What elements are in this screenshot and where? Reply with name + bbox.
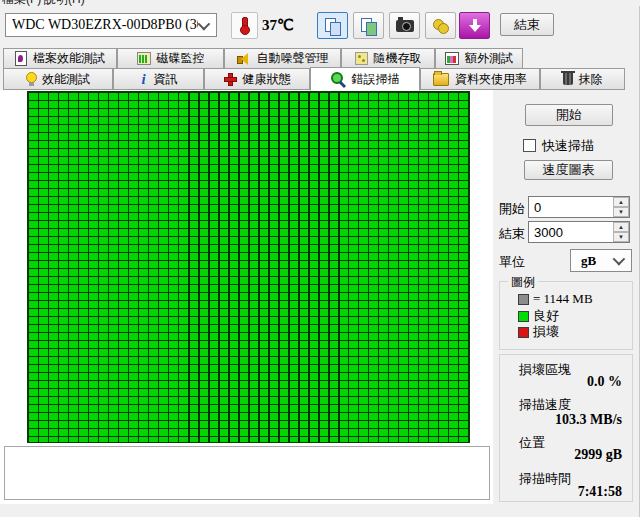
copy-pages-icon [325, 18, 341, 34]
start-scan-button[interactable]: 開始 [525, 104, 613, 126]
info-icon: i [140, 72, 148, 86]
stat-scan-time-label: 掃描時間 [519, 470, 571, 488]
end-input[interactable]: 3000 ▲▼ [528, 221, 630, 243]
chevron-down-icon [198, 17, 211, 30]
status-box [4, 446, 490, 500]
lightbulb-icon [26, 72, 36, 86]
menu-bar: 檔案(F) 說明(H) [0, 0, 640, 6]
toolbar-copy-image-button[interactable] [353, 12, 384, 39]
start-spinner-down[interactable]: ▼ [613, 207, 629, 217]
thermometer-icon [240, 17, 249, 35]
extra-tests-chart-icon [445, 52, 459, 65]
tab-health[interactable]: 健康狀態 [204, 68, 310, 90]
tab-disk-monitor[interactable]: 磁碟監控 [117, 48, 224, 69]
coins-icon [432, 18, 450, 34]
speed-map-button[interactable]: 速度圖表 [524, 160, 613, 180]
toolbar-coins-button[interactable] [425, 12, 456, 39]
legend-good-swatch [518, 311, 529, 322]
tab-info[interactable]: i 資訊 [113, 68, 204, 90]
magnifier-icon [331, 72, 346, 87]
toolbar-download-button[interactable] [459, 12, 490, 39]
chevron-down-icon [613, 253, 626, 266]
start-input-value: 0 [529, 200, 613, 215]
dice-icon [355, 52, 368, 65]
download-arrow-icon [468, 19, 482, 33]
legend-block-swatch [518, 294, 529, 305]
hdtune-window: 檔案(F) 說明(H) WDC WD30EZRX-00D8PB0 (3000 g… [0, 0, 640, 517]
legend-group: 圖例 = 1144 MB 良好 損壞 [499, 281, 633, 350]
stat-bad-blocks-value: 0.0 % [587, 374, 622, 390]
temperature-button[interactable] [231, 12, 258, 39]
start-field-label: 開始 [499, 200, 525, 218]
tab-aam[interactable]: 自動噪聲管理 [224, 48, 341, 69]
stat-scan-time-value: 7:41:58 [578, 484, 622, 500]
tab-extra-tests[interactable]: 額外測試 [435, 48, 523, 69]
unit-select-value: gB [571, 253, 613, 269]
stat-position-value: 2999 gB [574, 447, 622, 463]
unit-field-label: 單位 [499, 253, 525, 271]
image-pages-icon [361, 18, 377, 34]
quick-scan-checkbox[interactable] [523, 139, 536, 152]
trash-icon [563, 73, 573, 85]
start-input[interactable]: 0 ▲▼ [528, 196, 630, 218]
legend-title: 圖例 [508, 274, 538, 291]
menu-item-file[interactable]: 檔案(F) [2, 0, 41, 6]
legend-bad-label: 損壞 [533, 323, 559, 341]
stat-position-label: 位置 [519, 434, 545, 452]
drive-select-value: WDC WD30EZRX-00D8PB0 (3000 gB) [6, 17, 198, 33]
scan-grid [27, 91, 470, 443]
exit-button[interactable]: 結束 [500, 13, 554, 36]
stats-group: 損壞區塊 0.0 % 掃描速度 103.3 MB/s 位置 2999 gB 掃描… [499, 354, 633, 502]
unit-select[interactable]: gB [570, 249, 632, 272]
file-benchmark-icon [15, 51, 27, 66]
disk-monitor-icon [137, 52, 151, 65]
speaker-icon [237, 53, 251, 65]
tab-file-benchmark[interactable]: 檔案效能測試 [3, 48, 117, 69]
menu-item-help[interactable]: 說明(H) [44, 0, 85, 6]
tab-erase[interactable]: 抹除 [540, 68, 625, 90]
tab-error-scan[interactable]: 錯誤掃描 [310, 67, 420, 91]
drive-select[interactable]: WDC WD30EZRX-00D8PB0 (3000 gB) [5, 13, 217, 37]
toolbar-copy-button[interactable] [317, 12, 348, 39]
start-spinner-up[interactable]: ▲ [613, 197, 629, 207]
toolbar-screenshot-button[interactable] [389, 12, 420, 39]
tab-random-access[interactable]: 隨機存取 [341, 48, 435, 69]
legend-bad-swatch [518, 327, 529, 338]
end-spinner-up[interactable]: ▲ [613, 222, 629, 232]
health-cross-icon [224, 73, 237, 86]
end-spinner-down[interactable]: ▼ [613, 232, 629, 242]
legend-block-size: = 1144 MB [533, 291, 593, 307]
end-input-value: 3000 [529, 225, 613, 240]
folder-icon [433, 73, 449, 86]
stat-bad-blocks-label: 損壞區塊 [519, 361, 571, 379]
quick-scan-label[interactable]: 快速掃描 [542, 137, 594, 155]
tab-benchmark[interactable]: 效能測試 [3, 68, 113, 90]
temperature-label: 37℃ [262, 16, 294, 34]
end-field-label: 結束 [499, 225, 525, 243]
tab-folder-usage[interactable]: 資料夾使用率 [420, 68, 540, 90]
camera-icon [396, 20, 414, 32]
stat-scan-speed-value: 103.3 MB/s [555, 412, 622, 428]
